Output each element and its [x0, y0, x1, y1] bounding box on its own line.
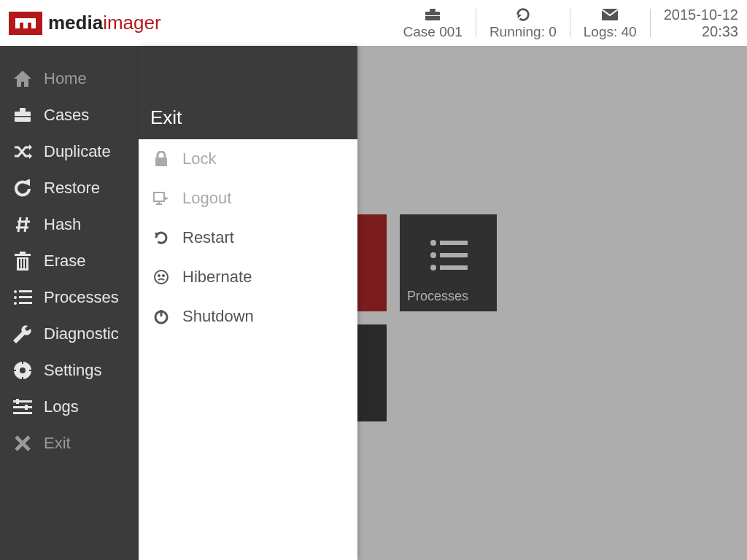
- flyout-item-restart[interactable]: Restart: [139, 218, 357, 257]
- sidenav-label: Duplicate: [44, 142, 111, 161]
- close-icon: [12, 435, 34, 451]
- svg-point-31: [14, 302, 17, 305]
- header-status: Case 001 Running: 0 Logs: 40 2015-10-12 …: [390, 0, 738, 46]
- svg-point-67: [158, 275, 160, 276]
- flyout-label: Logout: [182, 189, 231, 208]
- brand-logo: mediaimager: [10, 12, 161, 34]
- svg-rect-28: [19, 290, 32, 292]
- header: mediaimager Case 001 Running: 0 Logs: 40…: [0, 0, 747, 46]
- svg-rect-1: [15, 18, 20, 28]
- refresh-icon: [514, 7, 532, 23]
- status-running-label: Running: 0: [489, 24, 557, 40]
- svg-rect-24: [19, 259, 20, 268]
- svg-rect-43: [25, 405, 28, 410]
- status-date: 2015-10-12: [664, 7, 738, 23]
- sidenav-item-exit[interactable]: Exit: [0, 425, 139, 462]
- status-running[interactable]: Running: 0: [476, 0, 570, 46]
- svg-rect-5: [28, 18, 31, 23]
- sidenav-label: Settings: [44, 361, 102, 380]
- svg-rect-2: [23, 18, 28, 28]
- body: Home Cases Duplicate Restore Hash Erase …: [0, 46, 747, 560]
- sidenav-label: Erase: [44, 252, 85, 271]
- gear-icon: [12, 361, 34, 380]
- svg-rect-3: [31, 18, 36, 28]
- svg-rect-60: [155, 158, 167, 166]
- svg-rect-21: [15, 254, 31, 256]
- sidenav-item-settings[interactable]: Settings: [0, 352, 139, 389]
- svg-rect-41: [13, 412, 32, 414]
- logo-mark-icon: [10, 13, 41, 34]
- svg-rect-4: [20, 18, 23, 23]
- sidenav-label: Exit: [44, 434, 71, 453]
- exit-flyout: Exit Lock Logout Restart Hibernate Shutd…: [139, 46, 357, 560]
- sliders-icon: [12, 399, 34, 415]
- flyout-item-hibernate[interactable]: Hibernate: [139, 257, 357, 297]
- sidenav-item-logs[interactable]: Logs: [0, 389, 139, 425]
- sidenav-label: Restore: [44, 179, 100, 198]
- svg-rect-22: [20, 252, 26, 254]
- trash-icon: [12, 252, 34, 271]
- flyout-title: Exit: [139, 46, 357, 139]
- svg-rect-7: [430, 9, 436, 12]
- sidenav-item-erase[interactable]: Erase: [0, 243, 139, 279]
- undo-icon: [12, 179, 34, 197]
- sidenav-item-hash[interactable]: Hash: [0, 206, 139, 243]
- flyout-item-lock[interactable]: Lock: [139, 139, 357, 179]
- list-icon: [12, 289, 34, 306]
- svg-rect-38: [29, 370, 32, 371]
- flyout-item-shutdown[interactable]: Shutdown: [139, 297, 357, 336]
- svg-rect-12: [20, 108, 26, 112]
- status-case-label: Case 001: [403, 24, 462, 40]
- sidenav-item-home[interactable]: Home: [0, 61, 139, 97]
- sidenav-label: Home: [44, 69, 87, 88]
- svg-rect-8: [425, 15, 440, 16]
- sidenav: Home Cases Duplicate Restore Hash Erase …: [0, 46, 139, 560]
- power-icon: [152, 308, 171, 324]
- sidenav-item-restore[interactable]: Restore: [0, 170, 139, 206]
- svg-rect-61: [154, 192, 164, 201]
- svg-rect-25: [22, 259, 23, 268]
- flyout-item-logout[interactable]: Logout: [139, 179, 357, 218]
- sidenav-item-duplicate[interactable]: Duplicate: [0, 133, 139, 170]
- svg-marker-64: [164, 196, 169, 201]
- svg-marker-14: [29, 144, 32, 150]
- svg-rect-0: [13, 16, 38, 31]
- svg-marker-15: [29, 153, 32, 159]
- status-case[interactable]: Case 001: [390, 0, 476, 46]
- svg-point-29: [14, 296, 17, 299]
- sidenav-label: Logs: [44, 397, 79, 416]
- lock-icon: [152, 151, 171, 167]
- wrench-icon: [12, 324, 34, 343]
- status-logs[interactable]: Logs: 40: [570, 0, 650, 46]
- svg-point-34: [20, 368, 26, 373]
- svg-rect-13: [15, 116, 31, 117]
- hash-icon: [12, 216, 34, 233]
- sidenav-label: Diagnostic: [44, 324, 119, 343]
- flyout-label: Hibernate: [182, 268, 252, 287]
- flyout-label: Shutdown: [182, 307, 254, 326]
- svg-rect-35: [22, 361, 23, 364]
- flyout-label: Restart: [182, 228, 234, 247]
- status-datetime: 2015-10-12 20:33: [651, 0, 738, 46]
- status-logs-label: Logs: 40: [584, 24, 637, 40]
- home-icon: [12, 70, 34, 88]
- flyout-label: Lock: [182, 149, 216, 168]
- sidenav-label: Hash: [44, 215, 81, 234]
- briefcase-icon: [12, 107, 34, 123]
- svg-rect-40: [13, 406, 32, 408]
- svg-rect-30: [19, 296, 32, 298]
- sidenav-item-diagnostic[interactable]: Diagnostic: [0, 316, 139, 352]
- svg-marker-10: [14, 71, 31, 87]
- svg-rect-32: [19, 302, 32, 304]
- sidenav-item-cases[interactable]: Cases: [0, 97, 139, 133]
- sidenav-label: Processes: [44, 288, 119, 307]
- svg-line-19: [18, 217, 20, 232]
- sidenav-item-processes[interactable]: Processes: [0, 279, 139, 316]
- svg-marker-16: [23, 179, 30, 186]
- svg-point-68: [163, 275, 164, 276]
- brand-text: mediaimager: [48, 12, 161, 34]
- status-time: 20:33: [702, 23, 738, 40]
- sidenav-label: Cases: [44, 106, 89, 125]
- svg-point-27: [14, 290, 17, 293]
- svg-rect-36: [22, 377, 23, 380]
